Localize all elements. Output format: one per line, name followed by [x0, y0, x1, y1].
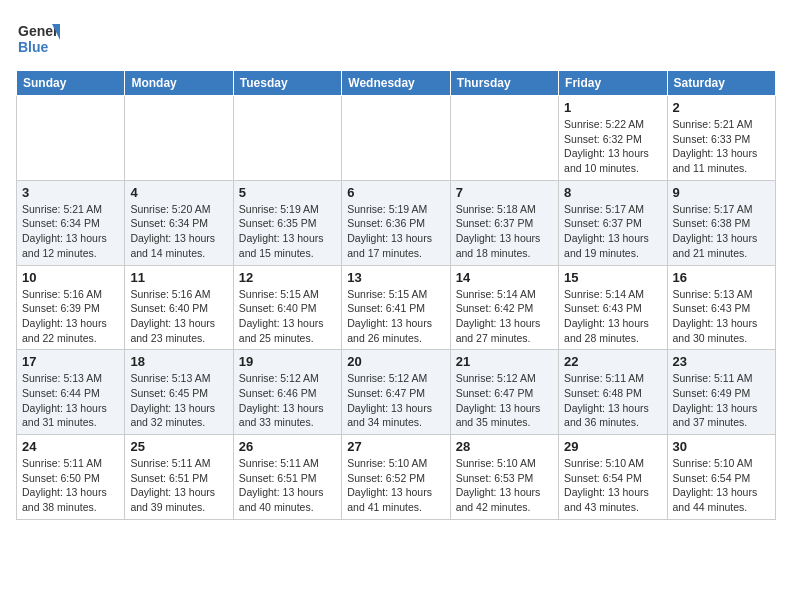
- day-info: Sunrise: 5:21 AMSunset: 6:33 PMDaylight:…: [673, 117, 770, 176]
- day-number: 18: [130, 354, 227, 369]
- day-info: Sunrise: 5:21 AMSunset: 6:34 PMDaylight:…: [22, 202, 119, 261]
- day-number: 3: [22, 185, 119, 200]
- day-info: Sunrise: 5:18 AMSunset: 6:37 PMDaylight:…: [456, 202, 553, 261]
- day-number: 17: [22, 354, 119, 369]
- calendar-week-3: 10Sunrise: 5:16 AMSunset: 6:39 PMDayligh…: [17, 265, 776, 350]
- day-info: Sunrise: 5:11 AMSunset: 6:50 PMDaylight:…: [22, 456, 119, 515]
- day-number: 29: [564, 439, 661, 454]
- day-number: 20: [347, 354, 444, 369]
- day-number: 19: [239, 354, 336, 369]
- calendar-cell: 12Sunrise: 5:15 AMSunset: 6:40 PMDayligh…: [233, 265, 341, 350]
- calendar-cell: 16Sunrise: 5:13 AMSunset: 6:43 PMDayligh…: [667, 265, 775, 350]
- day-number: 5: [239, 185, 336, 200]
- col-header-tuesday: Tuesday: [233, 71, 341, 96]
- calendar-cell: 17Sunrise: 5:13 AMSunset: 6:44 PMDayligh…: [17, 350, 125, 435]
- calendar-cell: 20Sunrise: 5:12 AMSunset: 6:47 PMDayligh…: [342, 350, 450, 435]
- day-number: 2: [673, 100, 770, 115]
- day-info: Sunrise: 5:20 AMSunset: 6:34 PMDaylight:…: [130, 202, 227, 261]
- day-info: Sunrise: 5:15 AMSunset: 6:41 PMDaylight:…: [347, 287, 444, 346]
- day-number: 9: [673, 185, 770, 200]
- calendar-cell: 9Sunrise: 5:17 AMSunset: 6:38 PMDaylight…: [667, 180, 775, 265]
- calendar-cell: [342, 96, 450, 181]
- logo-icon: General Blue: [16, 16, 60, 60]
- calendar-cell: 24Sunrise: 5:11 AMSunset: 6:50 PMDayligh…: [17, 435, 125, 520]
- col-header-wednesday: Wednesday: [342, 71, 450, 96]
- calendar-cell: 3Sunrise: 5:21 AMSunset: 6:34 PMDaylight…: [17, 180, 125, 265]
- calendar-cell: 29Sunrise: 5:10 AMSunset: 6:54 PMDayligh…: [559, 435, 667, 520]
- day-info: Sunrise: 5:13 AMSunset: 6:45 PMDaylight:…: [130, 371, 227, 430]
- day-number: 26: [239, 439, 336, 454]
- calendar-cell: 22Sunrise: 5:11 AMSunset: 6:48 PMDayligh…: [559, 350, 667, 435]
- day-info: Sunrise: 5:11 AMSunset: 6:51 PMDaylight:…: [239, 456, 336, 515]
- day-number: 23: [673, 354, 770, 369]
- calendar-cell: 30Sunrise: 5:10 AMSunset: 6:54 PMDayligh…: [667, 435, 775, 520]
- day-info: Sunrise: 5:17 AMSunset: 6:38 PMDaylight:…: [673, 202, 770, 261]
- day-number: 12: [239, 270, 336, 285]
- day-info: Sunrise: 5:13 AMSunset: 6:43 PMDaylight:…: [673, 287, 770, 346]
- day-number: 7: [456, 185, 553, 200]
- calendar-cell: 28Sunrise: 5:10 AMSunset: 6:53 PMDayligh…: [450, 435, 558, 520]
- day-info: Sunrise: 5:11 AMSunset: 6:49 PMDaylight:…: [673, 371, 770, 430]
- day-info: Sunrise: 5:14 AMSunset: 6:43 PMDaylight:…: [564, 287, 661, 346]
- day-number: 27: [347, 439, 444, 454]
- day-number: 22: [564, 354, 661, 369]
- col-header-saturday: Saturday: [667, 71, 775, 96]
- day-number: 11: [130, 270, 227, 285]
- calendar-week-1: 1Sunrise: 5:22 AMSunset: 6:32 PMDaylight…: [17, 96, 776, 181]
- col-header-thursday: Thursday: [450, 71, 558, 96]
- calendar-cell: 13Sunrise: 5:15 AMSunset: 6:41 PMDayligh…: [342, 265, 450, 350]
- col-header-sunday: Sunday: [17, 71, 125, 96]
- day-number: 21: [456, 354, 553, 369]
- day-info: Sunrise: 5:15 AMSunset: 6:40 PMDaylight:…: [239, 287, 336, 346]
- calendar-cell: 19Sunrise: 5:12 AMSunset: 6:46 PMDayligh…: [233, 350, 341, 435]
- day-number: 30: [673, 439, 770, 454]
- calendar-cell: 2Sunrise: 5:21 AMSunset: 6:33 PMDaylight…: [667, 96, 775, 181]
- calendar-table: SundayMondayTuesdayWednesdayThursdayFrid…: [16, 70, 776, 520]
- day-number: 1: [564, 100, 661, 115]
- calendar-cell: [450, 96, 558, 181]
- day-info: Sunrise: 5:12 AMSunset: 6:47 PMDaylight:…: [347, 371, 444, 430]
- col-header-monday: Monday: [125, 71, 233, 96]
- calendar-cell: 25Sunrise: 5:11 AMSunset: 6:51 PMDayligh…: [125, 435, 233, 520]
- calendar-cell: 11Sunrise: 5:16 AMSunset: 6:40 PMDayligh…: [125, 265, 233, 350]
- calendar-cell: 4Sunrise: 5:20 AMSunset: 6:34 PMDaylight…: [125, 180, 233, 265]
- day-number: 13: [347, 270, 444, 285]
- svg-text:Blue: Blue: [18, 39, 49, 55]
- day-number: 24: [22, 439, 119, 454]
- calendar-cell: 15Sunrise: 5:14 AMSunset: 6:43 PMDayligh…: [559, 265, 667, 350]
- calendar-header-row: SundayMondayTuesdayWednesdayThursdayFrid…: [17, 71, 776, 96]
- calendar-cell: 23Sunrise: 5:11 AMSunset: 6:49 PMDayligh…: [667, 350, 775, 435]
- col-header-friday: Friday: [559, 71, 667, 96]
- day-number: 15: [564, 270, 661, 285]
- day-number: 25: [130, 439, 227, 454]
- calendar-cell: 7Sunrise: 5:18 AMSunset: 6:37 PMDaylight…: [450, 180, 558, 265]
- day-info: Sunrise: 5:13 AMSunset: 6:44 PMDaylight:…: [22, 371, 119, 430]
- day-info: Sunrise: 5:22 AMSunset: 6:32 PMDaylight:…: [564, 117, 661, 176]
- day-info: Sunrise: 5:10 AMSunset: 6:53 PMDaylight:…: [456, 456, 553, 515]
- page-header: General Blue: [16, 16, 776, 60]
- day-info: Sunrise: 5:16 AMSunset: 6:39 PMDaylight:…: [22, 287, 119, 346]
- day-number: 6: [347, 185, 444, 200]
- day-info: Sunrise: 5:19 AMSunset: 6:35 PMDaylight:…: [239, 202, 336, 261]
- calendar-week-2: 3Sunrise: 5:21 AMSunset: 6:34 PMDaylight…: [17, 180, 776, 265]
- day-info: Sunrise: 5:10 AMSunset: 6:54 PMDaylight:…: [564, 456, 661, 515]
- day-info: Sunrise: 5:16 AMSunset: 6:40 PMDaylight:…: [130, 287, 227, 346]
- logo: General Blue: [16, 16, 60, 60]
- day-info: Sunrise: 5:17 AMSunset: 6:37 PMDaylight:…: [564, 202, 661, 261]
- calendar-cell: 1Sunrise: 5:22 AMSunset: 6:32 PMDaylight…: [559, 96, 667, 181]
- day-info: Sunrise: 5:10 AMSunset: 6:52 PMDaylight:…: [347, 456, 444, 515]
- calendar-cell: 10Sunrise: 5:16 AMSunset: 6:39 PMDayligh…: [17, 265, 125, 350]
- calendar-cell: 14Sunrise: 5:14 AMSunset: 6:42 PMDayligh…: [450, 265, 558, 350]
- day-number: 28: [456, 439, 553, 454]
- day-info: Sunrise: 5:12 AMSunset: 6:46 PMDaylight:…: [239, 371, 336, 430]
- calendar-week-5: 24Sunrise: 5:11 AMSunset: 6:50 PMDayligh…: [17, 435, 776, 520]
- calendar-cell: 26Sunrise: 5:11 AMSunset: 6:51 PMDayligh…: [233, 435, 341, 520]
- day-number: 8: [564, 185, 661, 200]
- calendar-cell: [125, 96, 233, 181]
- day-info: Sunrise: 5:11 AMSunset: 6:51 PMDaylight:…: [130, 456, 227, 515]
- calendar-cell: 21Sunrise: 5:12 AMSunset: 6:47 PMDayligh…: [450, 350, 558, 435]
- day-number: 16: [673, 270, 770, 285]
- day-info: Sunrise: 5:19 AMSunset: 6:36 PMDaylight:…: [347, 202, 444, 261]
- calendar-cell: [17, 96, 125, 181]
- day-info: Sunrise: 5:12 AMSunset: 6:47 PMDaylight:…: [456, 371, 553, 430]
